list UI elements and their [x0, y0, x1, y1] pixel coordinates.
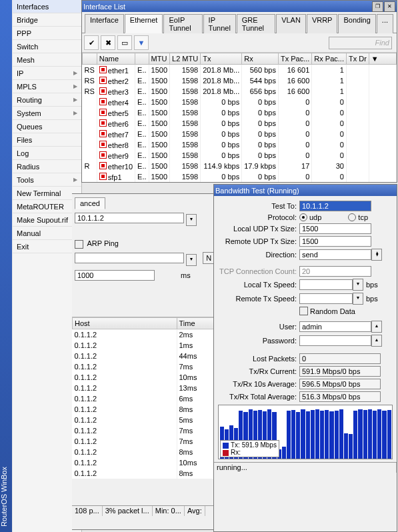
tab-eoip-tunnel[interactable]: EoIP Tunnel — [163, 14, 202, 33]
menu-item-routing[interactable]: Routing▶ — [13, 93, 81, 107]
ping-grid[interactable]: HostTime0.1.1.22ms0.1.1.21ms0.1.1.244ms0… — [72, 317, 226, 505]
tab-ethernet[interactable]: Ethernet — [125, 14, 163, 33]
menu-item-make-supout.rif[interactable]: Make Supout.rif — [13, 213, 81, 227]
arp-ping-checkbox[interactable] — [75, 240, 83, 249]
interface-toolbar: ✔ ✖ ▭ ▼ Find — [82, 33, 397, 53]
interface-icon — [99, 151, 107, 159]
tab-advanced[interactable]: anced — [75, 197, 105, 209]
table-row[interactable]: 0.1.1.28ms — [73, 447, 226, 457]
tcp-radio[interactable] — [348, 213, 356, 221]
disable-button[interactable]: ✖ — [101, 35, 115, 50]
random-data-checkbox[interactable] — [299, 307, 308, 315]
menu-item-metarouter[interactable]: MetaROUTER — [13, 200, 81, 213]
menu-item-files[interactable]: Files — [13, 133, 81, 147]
interface-icon — [99, 173, 107, 180]
table-row[interactable]: 0.1.1.26ms — [73, 393, 226, 404]
table-row[interactable]: 0.1.1.28ms — [73, 468, 226, 479]
dropdown-icon[interactable]: ▼ — [186, 254, 197, 266]
table-row[interactable]: 0.1.1.27ms — [73, 436, 226, 447]
remote-udp-input[interactable] — [299, 236, 371, 247]
table-row[interactable]: ether9E..150015980 bps0 bps00 — [83, 150, 397, 161]
tab-gre-tunnel[interactable]: GRE Tunnel — [237, 14, 275, 33]
filter-icon[interactable]: ▼ — [134, 35, 149, 50]
table-row[interactable]: ether6E..150015980 bps0 bps00 — [83, 118, 397, 129]
local-tx-label: Local Tx Speed: — [218, 281, 299, 289]
menu-item-radius[interactable]: Radius — [13, 160, 81, 173]
direction-input[interactable] — [299, 249, 371, 260]
table-row[interactable]: 0.1.1.22ms — [73, 329, 226, 340]
ping-extra-input[interactable] — [75, 253, 184, 263]
user-input[interactable] — [299, 321, 371, 332]
menu-item-ip[interactable]: IP▶ — [13, 67, 81, 80]
menu-item-exit[interactable]: Exit — [13, 240, 81, 253]
table-row[interactable]: 0.1.1.27ms — [73, 425, 226, 436]
interface-icon — [99, 130, 107, 137]
table-row[interactable]: ether7E..150015980 bps0 bps00 — [83, 129, 397, 139]
table-row[interactable]: ether5E..150015980 bps0 bps00 — [83, 107, 397, 118]
dropdown-icon[interactable]: ▼ — [186, 214, 197, 226]
expand-icon[interactable]: ▲ — [371, 321, 382, 333]
local-tx-input[interactable] — [299, 279, 353, 290]
table-row[interactable]: 0.1.1.21ms — [73, 340, 226, 351]
tab-interface[interactable]: Interface — [85, 14, 124, 33]
tab-bonding[interactable]: Bonding — [338, 14, 375, 33]
bw-titlebar[interactable]: Bandwidth Test (Running) — [214, 185, 397, 196]
table-row[interactable]: Rether10E..15001598114.9 kbps17.9 kbps17… — [83, 161, 397, 171]
close-icon[interactable]: ✕ — [384, 1, 395, 12]
menu-item-mpls[interactable]: MPLS▶ — [13, 80, 81, 93]
menu-item-mesh[interactable]: Mesh — [13, 53, 81, 67]
tab--[interactable]: ... — [377, 14, 393, 33]
password-input[interactable] — [299, 335, 371, 346]
table-row[interactable]: 0.1.1.210ms — [73, 457, 226, 468]
table-row[interactable]: RSether2E..15001598201.8 Mb...544 bps16 … — [83, 75, 397, 86]
menu-item-tools[interactable]: Tools▶ — [13, 173, 81, 187]
menu-item-manual[interactable]: Manual — [13, 227, 81, 240]
comment-button[interactable]: ▭ — [117, 35, 132, 50]
expand-icon[interactable]: ▲ — [371, 335, 382, 347]
menu-item-queues[interactable]: Queues — [13, 120, 81, 133]
dropdown-icon[interactable]: ▼ — [353, 293, 363, 305]
table-row[interactable]: 0.1.1.213ms — [73, 383, 226, 393]
table-row[interactable]: 0.1.1.210ms — [73, 372, 226, 383]
timeout-input[interactable] — [75, 270, 155, 281]
interface-icon — [99, 141, 107, 148]
interface-icon — [99, 119, 107, 127]
remote-tx-input[interactable] — [299, 293, 353, 304]
tab-vrrp[interactable]: VRRP — [307, 14, 338, 33]
tab-ip-tunnel[interactable]: IP Tunnel — [203, 14, 236, 33]
table-row[interactable]: RSether1E..15001598201.8 Mb...560 bps16 … — [83, 65, 397, 76]
table-row[interactable]: 0.1.1.244ms — [73, 351, 226, 361]
a10-value — [299, 379, 381, 389]
menu-item-log[interactable]: Log — [13, 147, 81, 160]
menu-item-new-terminal[interactable]: New Terminal — [13, 187, 81, 200]
udp-radio[interactable] — [299, 213, 307, 221]
menu-item-bridge[interactable]: Bridge — [13, 13, 81, 27]
tot-value — [299, 391, 381, 402]
app-title: RouterOS WinBox — [0, 467, 12, 527]
menu-item-ppp[interactable]: PPP — [13, 27, 81, 40]
interface-grid[interactable]: NameMTUL2 MTUTxRxTx Pac...Rx Pac...Tx Dr… — [82, 53, 397, 191]
menu-item-system[interactable]: System▶ — [13, 107, 81, 120]
local-udp-input[interactable] — [299, 223, 371, 234]
table-row[interactable]: ether8E..150015980 bps0 bps00 — [83, 139, 397, 150]
table-row[interactable]: 0.1.1.28ms — [73, 404, 226, 415]
find-input[interactable]: Find — [329, 37, 392, 49]
restore-icon[interactable]: ❐ — [372, 1, 383, 12]
menu-item-interfaces[interactable]: Interfaces — [13, 0, 81, 13]
menu-item-switch[interactable]: Switch — [13, 40, 81, 53]
test-to-input[interactable] — [299, 201, 371, 211]
interface-list-window: Interface List ❐ ✕ InterfaceEthernetEoIP… — [81, 0, 397, 183]
enable-button[interactable]: ✔ — [84, 35, 99, 50]
table-row[interactable]: RSether3E..15001598201.8 Mb...656 bps16 … — [83, 86, 397, 97]
remote-tx-label: Remote Tx Speed: — [218, 295, 299, 303]
table-row[interactable]: ether4E..150015980 bps0 bps00 — [83, 97, 397, 107]
table-row[interactable]: 0.1.1.27ms — [73, 361, 226, 372]
table-row[interactable]: sfp1E..150015980 bps0 bps00 — [83, 171, 397, 182]
interface-list-titlebar[interactable]: Interface List ❐ ✕ — [82, 1, 397, 12]
ping-host-input[interactable] — [75, 213, 184, 223]
table-row[interactable]: 0.1.1.25ms — [73, 415, 226, 425]
dropdown-icon[interactable]: ▼ — [353, 279, 363, 291]
direction-dropdown-icon[interactable]: ⧫ — [371, 249, 382, 261]
bw-status: running... — [214, 463, 397, 473]
tab-vlan[interactable]: VLAN — [276, 14, 306, 33]
